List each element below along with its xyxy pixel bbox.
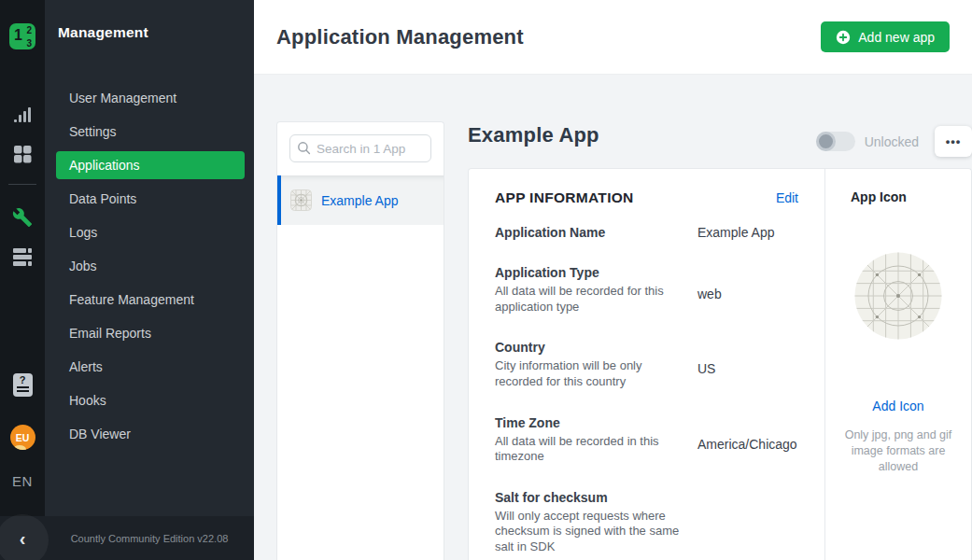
help-button[interactable]: ? — [0, 373, 45, 397]
app-detail-title: Example App — [468, 123, 599, 147]
row-description: All data will be recorded in this timezo… — [495, 434, 686, 465]
toggle-knob — [816, 132, 836, 151]
sidebar-item-settings[interactable]: Settings — [56, 118, 245, 146]
sidebar-item-logs[interactable]: Logs — [56, 218, 245, 246]
add-icon-link[interactable]: Add Icon — [872, 399, 923, 413]
page-header: Application Management Add new app — [254, 0, 972, 75]
sidebar-menu: User Management Settings Applications Da… — [45, 84, 254, 448]
user-avatar[interactable]: EU — [0, 425, 45, 450]
sidebar-item-feature-management[interactable]: Feature Management — [56, 286, 245, 314]
row-label: Application Type — [495, 265, 686, 280]
row-description: All data will be recorded for this appli… — [495, 284, 686, 315]
content-area: Example App Example App Unlocked ••• — [254, 75, 972, 560]
app-information-section: APP INFORMATION Edit Application Name Ex… — [469, 169, 824, 560]
add-new-app-button[interactable]: Add new app — [821, 21, 950, 52]
info-row-application-type: Application Type All data will be record… — [495, 265, 798, 315]
lock-toggle[interactable] — [816, 132, 855, 151]
app-detail: Example App Unlocked ••• APP INFORMATION… — [468, 121, 972, 560]
sidebar-item-data-points[interactable]: Data Points — [56, 185, 245, 213]
app-icon-placeholder — [853, 251, 943, 341]
countly-logo-icon: 123 — [9, 23, 35, 49]
more-options-button[interactable]: ••• — [935, 126, 972, 157]
management-nav[interactable] — [0, 207, 45, 228]
sidebar-item-jobs[interactable]: Jobs — [56, 252, 245, 280]
grid-icon — [13, 145, 32, 163]
row-value: Example App — [697, 225, 775, 240]
server-stack-icon — [13, 247, 32, 267]
sidebar-footer: ‹ Countly Community Edition v22.08 — [0, 516, 254, 560]
row-value: America/Chicago — [697, 437, 797, 465]
countly-logo[interactable]: 123 — [0, 23, 45, 49]
sidebar-item-alerts[interactable]: Alerts — [56, 353, 245, 381]
app-information-card: APP INFORMATION Edit Application Name Ex… — [468, 168, 972, 560]
page-title: Application Management — [276, 25, 524, 49]
sidebar-item-user-management[interactable]: User Management — [56, 84, 245, 112]
info-row-application-name: Application Name Example App — [495, 225, 798, 240]
row-label: Application Name — [495, 225, 686, 240]
row-value: US — [697, 361, 715, 389]
info-row-salt-for-checksum: Salt for checksum Will only accept reque… — [495, 490, 798, 555]
search-icon — [297, 141, 311, 155]
lock-toggle-label: Unlocked — [865, 134, 919, 149]
help-icon: ? — [13, 373, 33, 397]
icon-rail: 123 — [0, 0, 45, 560]
row-label: Time Zone — [495, 415, 686, 430]
edit-link[interactable]: Edit — [776, 190, 798, 205]
language-selector[interactable]: EN — [0, 473, 45, 489]
app-thumbnail-icon — [290, 189, 312, 211]
plus-circle-icon — [836, 30, 851, 45]
dashboards-nav[interactable] — [0, 145, 45, 163]
app-root: 123 — [0, 0, 972, 560]
row-label: Country — [495, 340, 686, 355]
sidebar: Management User Management Settings Appl… — [45, 0, 254, 560]
add-new-app-label: Add new app — [858, 30, 935, 45]
sidebar-title: Management — [58, 24, 254, 41]
main-area: Application Management Add new app — [254, 0, 972, 560]
app-detail-header: Example App Unlocked ••• — [468, 121, 972, 168]
info-row-country: Country City information will be only re… — [495, 340, 798, 389]
app-icon-heading: App Icon — [851, 189, 907, 204]
sidebar-item-applications[interactable]: Applications — [56, 151, 245, 179]
app-icon-panel: App Icon — [824, 169, 971, 560]
app-information-heading: APP INFORMATION — [495, 189, 634, 206]
chevron-left-icon: ‹ — [20, 529, 26, 548]
icon-format-note: Only jpg, png and gif image formats are … — [837, 427, 960, 475]
apps-list-panel: Example App — [276, 121, 444, 560]
rail-divider — [0, 184, 45, 185]
bar-chart-icon — [13, 105, 32, 124]
row-description: City information will be only recorded f… — [495, 358, 686, 389]
info-row-time-zone: Time Zone All data will be recorded in t… — [495, 415, 798, 465]
avatar: EU — [10, 425, 35, 450]
row-description: Will only accept requests where checksum… — [495, 509, 686, 555]
row-value: web — [697, 287, 722, 315]
sidebar-item-db-viewer[interactable]: DB Viewer — [56, 420, 245, 448]
wrench-icon — [12, 207, 33, 228]
sidebar-item-email-reports[interactable]: Email Reports — [56, 319, 245, 347]
app-list-item-example-app[interactable]: Example App — [277, 175, 444, 225]
data-manager-nav[interactable] — [0, 247, 45, 267]
version-label: Countly Community Edition v22.08 — [45, 533, 254, 544]
ellipsis-icon: ••• — [946, 134, 962, 148]
analytics-nav[interactable] — [0, 105, 45, 124]
collapse-sidebar-button[interactable]: ‹ — [0, 529, 45, 548]
sidebar-item-hooks[interactable]: Hooks — [56, 386, 245, 414]
app-item-name: Example App — [321, 193, 399, 208]
language-label: EN — [12, 473, 33, 489]
row-label: Salt for checksum — [495, 490, 686, 505]
